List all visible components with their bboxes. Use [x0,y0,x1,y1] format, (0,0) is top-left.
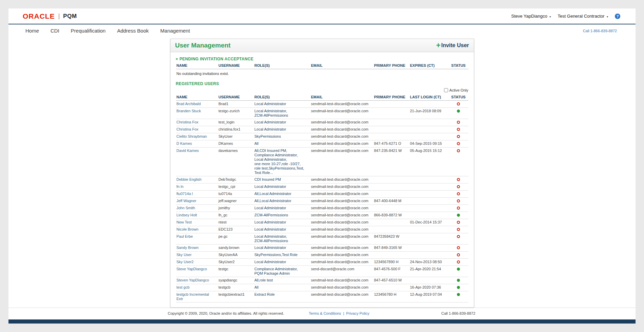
user-name-link[interactable]: Sandy Brown [177,246,199,250]
user-name-link[interactable]: John Smith [177,206,195,210]
user-name-link[interactable]: Jeff Wagner [177,199,197,203]
nav-item-prequalification[interactable]: Prequalification [71,28,106,34]
roles-cell: All,role test [254,277,310,284]
last-login-cell [409,233,449,244]
pending-section-title: PENDING INVITATION ACCEPTANCE [179,57,253,61]
user-name-link[interactable]: Debbie English [177,177,202,181]
table-row: Steve YapDiangcotestgcCompliance Adminis… [176,266,468,277]
status-cell [449,277,468,284]
status-cell [449,284,468,291]
active-only-label: Active Only [449,88,468,92]
user-name-link[interactable]: Paul Erbe [177,234,193,238]
user-name-cell: Sandy Brown [176,244,218,251]
table-row: Sandy Brownsandy.brownLocal Administrato… [176,244,468,251]
roles-cell: Local Administrator [254,183,310,190]
terms-link[interactable]: Terms & Conditions [309,311,341,315]
nav-items: Home CDI Prequalification Address Book M… [25,28,190,34]
status-cell [449,190,468,197]
nav-item-home[interactable]: Home [25,28,39,34]
user-name-link[interactable]: New Test [177,220,192,224]
phone-cell: 847-849-3165 W [374,244,409,251]
email-cell: sendmail-test-discard@oracle.com [310,219,374,226]
user-name-link[interactable]: Brad Archibald [177,102,201,106]
active-only-checkbox[interactable] [444,88,448,92]
user-name-link[interactable]: Lindsey Holt [177,213,197,217]
user-name-link[interactable]: Steven YapDiangco [177,278,209,282]
user-name-link[interactable]: Steve YapDiangco [177,267,207,271]
user-name-link[interactable]: Sky User [177,253,192,257]
status-inactive-icon [457,142,460,145]
last-login-cell [409,244,449,251]
footer-call-text: Call 1-866-839-8872 [441,311,475,315]
user-name-link[interactable]: test gcb [177,285,190,289]
user-name-link[interactable]: testgcb Incremental Extr [177,292,209,301]
status-cell [449,233,468,244]
column-header-roles: ROLE(S) [254,61,310,69]
column-header-primary-phone: PRIMARY PHONE [374,61,409,69]
status-inactive-icon [457,135,460,138]
status-active-icon [457,286,460,289]
user-name-link[interactable]: Sky User2 [177,260,194,264]
privacy-link[interactable]: Privacy Policy [346,311,369,315]
phone-cell: 866-839-8872 W [374,212,409,219]
nav-item-management[interactable]: Management [160,28,190,34]
user-name-cell: Sky User2 [176,258,218,266]
pending-header-row: NAME USERNAME ROLE(S) EMAIL PRIMARY PHON… [176,61,468,69]
username-cell: SkyUser [218,133,254,140]
registered-section-title: REGISTERED USERS [176,81,219,86]
user-management-panel: User Management + Invite User » PENDING … [170,39,474,308]
org-menu[interactable]: Test General Contractor ▾ [558,14,608,19]
status-cell [449,204,468,212]
pending-section-header[interactable]: » PENDING INVITATION ACCEPTANCE [176,57,468,61]
status-inactive-icon [457,128,460,131]
help-icon[interactable]: ? [615,14,620,19]
user-menu-label: Steve YapDiangco [511,14,547,19]
status-cell [449,147,468,176]
column-header-email: EMAIL [310,61,374,69]
user-name-link[interactable]: Christina Fox [177,127,199,131]
username-cell: SkyUserAA [218,251,254,258]
status-cell [449,212,468,219]
nav-item-cdi[interactable]: CDI [51,28,59,34]
user-name-link[interactable]: D Karnes [177,141,192,145]
phone-cell: 847-4576-500 F [374,266,409,277]
table-row: Brad ArchibaldBrad1Local Administratorse… [176,100,468,108]
user-name-link[interactable]: David Karnes [177,149,199,153]
email-cell: sendmail-test-discard@oracle.com [310,244,374,251]
user-menu[interactable]: Steve YapDiangco ▾ [511,14,551,19]
page: ORACLE | PQM Steve YapDiangco ▾ Test Gen… [8,8,636,324]
username-cell: syapdiangc [218,277,254,284]
status-inactive-icon [457,102,460,105]
status-inactive-icon [457,192,460,195]
roles-cell: Extract Role [254,291,310,302]
user-name-link[interactable]: ftu0714a l [177,192,193,196]
registered-users-table: NAME USERNAME ROLE(S) EMAIL PRIMARY PHON… [176,93,468,302]
call-phone-link[interactable]: Call 1-866-839-8872 [583,29,617,33]
invite-user-button[interactable]: + Invite User [436,42,469,48]
roles-cell: All,Local Administrator [254,197,310,204]
panel-body: » PENDING INVITATION ACCEPTANCE NAME USE… [170,52,474,307]
user-name-link[interactable]: Christina Fox [177,120,199,124]
phone-cell: 847-475-6271 O [374,140,409,147]
nav-item-address-book[interactable]: Address Book [117,28,148,34]
status-cell [449,183,468,190]
user-name-cell: John Smith [176,204,218,212]
user-name-cell: Brad Archibald [176,100,218,108]
status-cell [449,291,468,302]
column-header-username: USERNAME [218,61,254,69]
roles-cell: Local Administrator [254,100,310,108]
oracle-logo: ORACLE [23,12,55,20]
user-name-link[interactable]: fn ln [177,184,184,189]
user-name-cell: Christina Fox [176,126,218,133]
last-login-cell [409,100,449,108]
table-row: Steven YapDiangcosyapdiangcAll,role test… [176,277,468,284]
username-cell: EDC123 [218,226,254,233]
user-name-link[interactable]: Cielito Shraybman [177,134,207,138]
user-name-link[interactable]: Nicole Brown [177,227,199,231]
status-inactive-icon [457,235,460,238]
username-cell: davekarnes [218,147,254,176]
table-row: Sky User2SkyUser2Local Administratorsend… [176,258,468,266]
status-active-icon [457,110,460,113]
username-cell: testgcbiextract1 [218,291,254,302]
user-name-link[interactable]: Branden Stuck [177,109,201,113]
